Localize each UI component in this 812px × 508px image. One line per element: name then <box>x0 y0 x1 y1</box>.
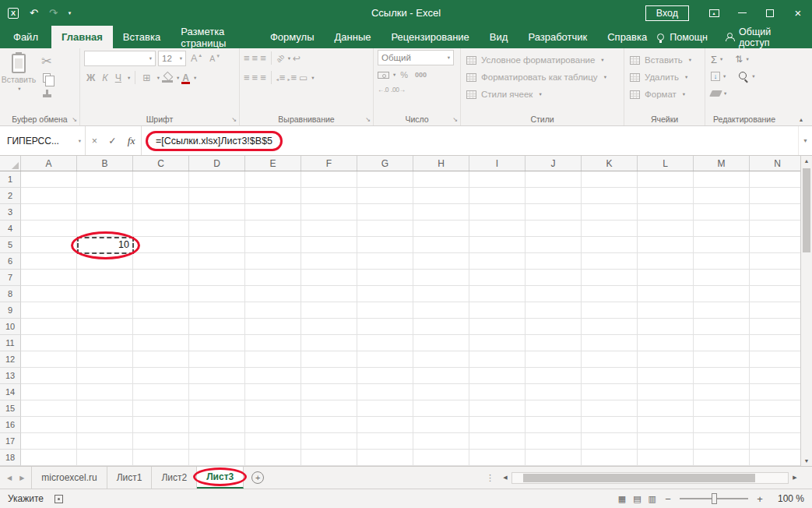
ribbon-tab-Главная[interactable]: Главная <box>51 26 113 48</box>
row-header-13[interactable]: 13 <box>0 368 21 384</box>
cell-C17[interactable] <box>133 433 189 450</box>
wrap-text-icon[interactable]: ↩ <box>293 54 301 63</box>
cell-F1[interactable] <box>301 171 357 188</box>
cell-D8[interactable] <box>189 286 245 302</box>
cell-C18[interactable] <box>133 450 189 466</box>
cell-M9[interactable] <box>694 302 750 319</box>
cell-H6[interactable] <box>413 253 469 270</box>
splitter-dots-icon[interactable]: ⋮ <box>481 473 499 483</box>
format-as-table-button[interactable]: Форматировать как таблицу ▾ <box>461 69 624 86</box>
cell-N2[interactable] <box>750 188 800 204</box>
cell-M13[interactable] <box>694 368 750 384</box>
cell-M12[interactable] <box>694 351 750 368</box>
row-header-7[interactable]: 7 <box>0 270 21 286</box>
cell-A14[interactable] <box>21 384 77 400</box>
cell-H10[interactable] <box>413 319 469 335</box>
cell-G3[interactable] <box>357 204 413 220</box>
cell-I6[interactable] <box>469 253 526 270</box>
cell-I14[interactable] <box>469 384 526 400</box>
cell-B2[interactable] <box>77 188 133 204</box>
column-header-A[interactable]: A <box>21 156 77 171</box>
cell-F7[interactable] <box>301 270 357 286</box>
cell-C11[interactable] <box>133 335 189 351</box>
cell-K5[interactable] <box>582 237 638 253</box>
row-header-9[interactable]: 9 <box>0 302 21 319</box>
ribbon-tab-file[interactable]: Файл <box>0 26 51 48</box>
cell-A4[interactable] <box>21 220 77 237</box>
cell-D10[interactable] <box>189 319 245 335</box>
cell-B7[interactable] <box>77 270 133 286</box>
cell-M7[interactable] <box>694 270 750 286</box>
cell-J12[interactable] <box>526 351 582 368</box>
cell-I2[interactable] <box>469 188 526 204</box>
zoom-in-button[interactable]: + <box>755 493 765 505</box>
font-dialog-launcher[interactable]: ↘ <box>231 117 237 123</box>
cell-F14[interactable] <box>301 384 357 400</box>
cell-G17[interactable] <box>357 433 413 450</box>
cell-F9[interactable] <box>301 302 357 319</box>
cell-K7[interactable] <box>582 270 638 286</box>
cell-K11[interactable] <box>582 335 638 351</box>
cell-E16[interactable] <box>245 417 301 433</box>
cell-N6[interactable] <box>750 253 800 270</box>
cell-J3[interactable] <box>526 204 582 220</box>
cell-J7[interactable] <box>526 270 582 286</box>
cell-E7[interactable] <box>245 270 301 286</box>
cell-N10[interactable] <box>750 319 800 335</box>
cell-I16[interactable] <box>469 417 526 433</box>
cell-D9[interactable] <box>189 302 245 319</box>
cell-H9[interactable] <box>413 302 469 319</box>
grow-font-button[interactable]: А▲ <box>188 52 205 65</box>
paste-button[interactable]: Вставить ▾ <box>0 48 37 112</box>
cell-N8[interactable] <box>750 286 800 302</box>
insert-cells-button[interactable]: Вставить ▾ <box>624 51 705 69</box>
cell-G1[interactable] <box>357 171 413 188</box>
tell-me-button[interactable]: Помощн <box>657 32 708 43</box>
column-header-N[interactable]: N <box>750 156 800 171</box>
column-header-C[interactable]: C <box>133 156 189 171</box>
cell-D17[interactable] <box>189 433 245 450</box>
cell-K2[interactable] <box>582 188 638 204</box>
sheet-tab-Лист2[interactable]: Лист2 <box>152 467 197 489</box>
cell-E9[interactable] <box>245 302 301 319</box>
cell-J9[interactable] <box>526 302 582 319</box>
cell-M3[interactable] <box>694 204 750 220</box>
cell-B13[interactable] <box>77 368 133 384</box>
horizontal-scroll-track[interactable] <box>511 472 789 484</box>
cell-J8[interactable] <box>526 286 582 302</box>
align-middle-icon[interactable]: ≡ <box>252 53 258 63</box>
row-header-3[interactable]: 3 <box>0 204 21 220</box>
cell-A10[interactable] <box>21 319 77 335</box>
cell-D13[interactable] <box>189 368 245 384</box>
cell-N13[interactable] <box>750 368 800 384</box>
cell-A8[interactable] <box>21 286 77 302</box>
cell-C14[interactable] <box>133 384 189 400</box>
cell-M11[interactable] <box>694 335 750 351</box>
cell-N11[interactable] <box>750 335 800 351</box>
vertical-scrollbar[interactable]: ▲ ▼ <box>800 156 812 466</box>
find-select-button[interactable] <box>738 71 749 82</box>
cell-J15[interactable] <box>526 400 582 417</box>
font-size-combo[interactable]: 12▾ <box>158 51 186 66</box>
cell-M17[interactable] <box>694 433 750 450</box>
cell-H14[interactable] <box>413 384 469 400</box>
cell-C3[interactable] <box>133 204 189 220</box>
cell-A17[interactable] <box>21 433 77 450</box>
cell-M6[interactable] <box>694 253 750 270</box>
cell-B3[interactable] <box>77 204 133 220</box>
cell-L7[interactable] <box>638 270 694 286</box>
column-header-L[interactable]: L <box>638 156 694 171</box>
cell-K18[interactable] <box>582 450 638 466</box>
cell-J5[interactable] <box>526 237 582 253</box>
column-header-H[interactable]: H <box>413 156 469 171</box>
cell-I15[interactable] <box>469 400 526 417</box>
cell-H17[interactable] <box>413 433 469 450</box>
new-sheet-button[interactable]: + <box>251 471 264 484</box>
zoom-out-button[interactable]: − <box>663 493 673 505</box>
row-header-11[interactable]: 11 <box>0 335 21 351</box>
cell-C13[interactable] <box>133 368 189 384</box>
cell-A6[interactable] <box>21 253 77 270</box>
cell-M18[interactable] <box>694 450 750 466</box>
cell-N14[interactable] <box>750 384 800 400</box>
column-header-M[interactable]: M <box>694 156 750 171</box>
